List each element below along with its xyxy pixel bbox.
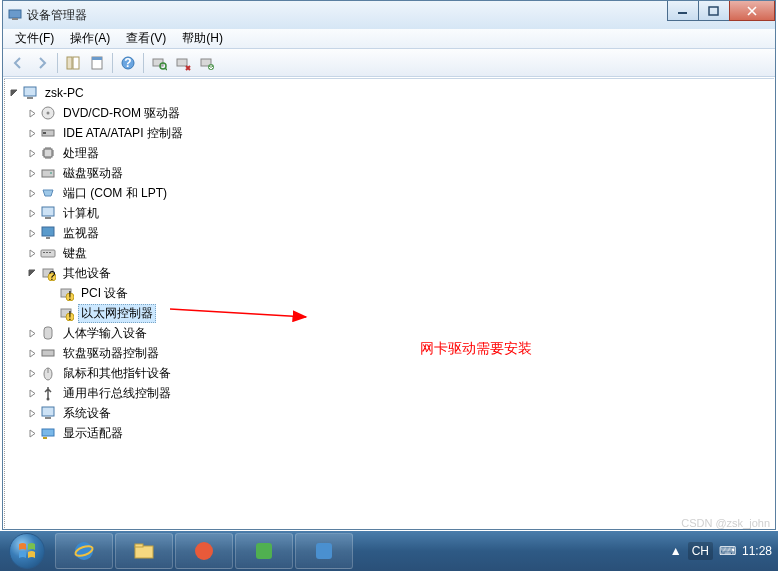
expand-icon[interactable] (26, 227, 38, 239)
taskbar-item-app[interactable] (175, 533, 233, 569)
system-tray: ▲ CH ⌨ 11:28 (664, 531, 778, 571)
expand-icon[interactable] (26, 367, 38, 379)
minimize-button[interactable] (667, 1, 699, 21)
menu-action[interactable]: 操作(A) (62, 28, 118, 49)
svg-rect-2 (678, 12, 687, 14)
forward-button[interactable] (31, 52, 53, 74)
tree-row-selected[interactable]: ! 以太网控制器 (44, 303, 774, 323)
expand-icon[interactable] (26, 147, 38, 159)
svg-rect-30 (46, 252, 48, 253)
svg-rect-29 (43, 252, 45, 253)
language-indicator[interactable]: CH (688, 542, 713, 560)
watermark: CSDN @zsk_john (681, 517, 770, 529)
expand-icon[interactable] (26, 187, 38, 199)
show-console-tree-button[interactable] (62, 52, 84, 74)
tree-label: 端口 (COM 和 LPT) (60, 184, 170, 203)
svg-rect-53 (135, 546, 153, 558)
tree-row[interactable]: 通用串行总线控制器 (26, 383, 774, 403)
expand-icon[interactable] (26, 427, 38, 439)
app-icon (7, 7, 23, 23)
svg-rect-12 (177, 59, 187, 66)
tree-row[interactable]: 显示适配器 (26, 423, 774, 443)
taskbar-item-app[interactable] (295, 533, 353, 569)
clock[interactable]: 11:28 (742, 544, 772, 558)
titlebar[interactable]: 设备管理器 (3, 1, 775, 29)
device-tree-container[interactable]: zsk-PC DVD/CD-ROM 驱动器 IDE ATA/ATAPI 控制器 (4, 78, 774, 528)
tree-label: 显示适配器 (60, 424, 126, 443)
toolbar-separator (112, 53, 113, 73)
expand-icon[interactable] (26, 327, 38, 339)
keyboard-icon (40, 245, 56, 261)
expand-icon[interactable] (26, 107, 38, 119)
svg-rect-5 (73, 57, 79, 69)
tree-row[interactable]: 计算机 (26, 203, 774, 223)
tree-row[interactable]: 软盘驱动器控制器 (26, 343, 774, 363)
expand-icon[interactable] (26, 347, 38, 359)
help-button[interactable]: ? (117, 52, 139, 74)
tree-row[interactable]: DVD/CD-ROM 驱动器 (26, 103, 774, 123)
svg-rect-0 (9, 10, 21, 18)
collapse-icon[interactable] (8, 87, 20, 99)
tree-row[interactable]: zsk-PC (8, 83, 774, 103)
other-devices-icon: ? (40, 265, 56, 281)
expand-icon[interactable] (26, 207, 38, 219)
unknown-device-icon: ! (58, 285, 74, 301)
tree-row[interactable]: 端口 (COM 和 LPT) (26, 183, 774, 203)
tree-row[interactable]: 磁盘驱动器 (26, 163, 774, 183)
tree-row[interactable]: 系统设备 (26, 403, 774, 423)
svg-rect-48 (42, 429, 54, 436)
tray-arrow-icon[interactable]: ▲ (670, 544, 682, 558)
collapse-icon[interactable] (26, 267, 38, 279)
hid-icon (40, 325, 56, 341)
menu-file[interactable]: 文件(F) (7, 28, 62, 49)
back-button[interactable] (7, 52, 29, 74)
tree-row[interactable]: ? 其他设备 (26, 263, 774, 283)
svg-text:?: ? (49, 269, 56, 281)
expand-icon[interactable] (26, 127, 38, 139)
computer-icon (40, 205, 56, 221)
taskbar: ▲ CH ⌨ 11:28 (0, 531, 778, 571)
tree-label: 监视器 (60, 224, 102, 243)
taskbar-item-explorer[interactable] (115, 533, 173, 569)
device-tree: zsk-PC DVD/CD-ROM 驱动器 IDE ATA/ATAPI 控制器 (4, 79, 774, 447)
menu-view[interactable]: 查看(V) (118, 28, 174, 49)
monitor-icon (40, 225, 56, 241)
uninstall-button[interactable] (196, 52, 218, 74)
svg-rect-26 (42, 227, 54, 236)
expand-icon[interactable] (26, 167, 38, 179)
update-driver-button[interactable] (172, 52, 194, 74)
menu-help[interactable]: 帮助(H) (174, 28, 231, 49)
svg-rect-46 (42, 407, 54, 416)
tree-label: 鼠标和其他指针设备 (60, 364, 174, 383)
close-button[interactable] (729, 1, 775, 21)
mouse-icon (40, 365, 56, 381)
tree-root-node: zsk-PC DVD/CD-ROM 驱动器 IDE ATA/ATAPI 控制器 (8, 83, 774, 443)
taskbar-item-app[interactable] (235, 533, 293, 569)
tree-row[interactable]: 键盘 (26, 243, 774, 263)
tree-row[interactable]: 鼠标和其他指针设备 (26, 363, 774, 383)
svg-rect-15 (24, 87, 36, 96)
ime-icon[interactable]: ⌨ (719, 544, 736, 558)
tree-row[interactable]: 人体学输入设备 (26, 323, 774, 343)
svg-rect-54 (135, 544, 143, 547)
scan-hardware-button[interactable] (148, 52, 170, 74)
svg-rect-10 (153, 59, 163, 66)
tree-label: 软盘驱动器控制器 (60, 344, 162, 363)
expand-icon[interactable] (26, 387, 38, 399)
expand-icon[interactable] (26, 407, 38, 419)
window-title: 设备管理器 (27, 7, 87, 24)
svg-point-55 (195, 542, 213, 560)
properties-button[interactable] (86, 52, 108, 74)
processor-icon (40, 145, 56, 161)
toolbar: ? (3, 49, 775, 77)
tree-row[interactable]: 监视器 (26, 223, 774, 243)
tree-row[interactable]: IDE ATA/ATAPI 控制器 (26, 123, 774, 143)
tree-row[interactable]: 处理器 (26, 143, 774, 163)
expand-icon[interactable] (26, 247, 38, 259)
tree-row[interactable]: ! PCI 设备 (44, 283, 774, 303)
maximize-button[interactable] (698, 1, 730, 21)
svg-rect-25 (45, 217, 51, 219)
svg-point-23 (50, 172, 52, 174)
taskbar-item-ie[interactable] (55, 533, 113, 569)
start-button[interactable] (0, 531, 54, 571)
